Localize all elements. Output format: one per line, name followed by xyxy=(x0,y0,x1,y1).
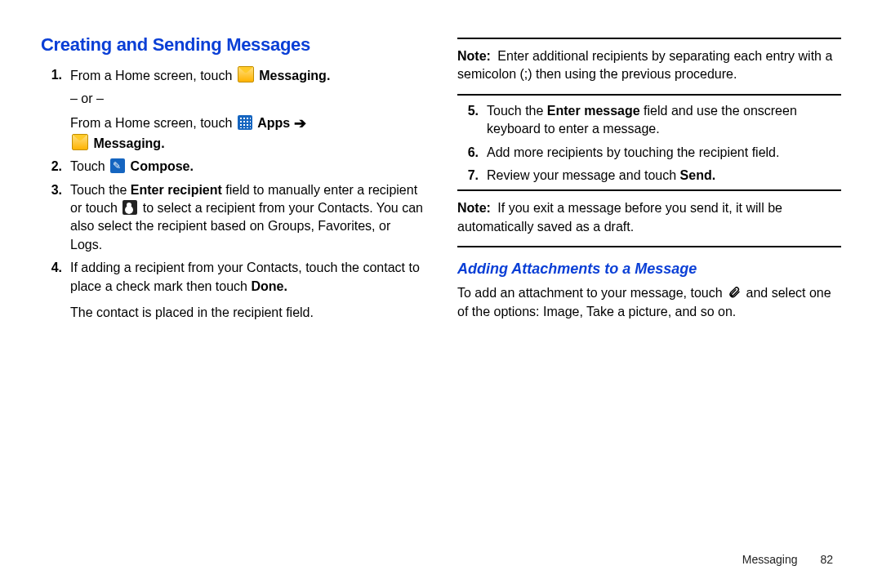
step-5-body: Touch the Enter message field and use th… xyxy=(487,102,841,139)
step-6-body: Add more recipients by touching the reci… xyxy=(487,144,841,162)
step-3-body: Touch the Enter recipient field to manua… xyxy=(70,181,425,255)
right-column: Note: Enter additional recipients by sep… xyxy=(457,33,841,327)
note-1-text: Enter additional recipients by separatin… xyxy=(457,49,832,81)
step-4a-text: If adding a recipient from your Contacts… xyxy=(70,261,420,292)
messaging-icon xyxy=(72,134,88,150)
note-2-text: If you exit a message before you send it… xyxy=(457,201,782,233)
divider xyxy=(457,94,841,96)
send-label: Send. xyxy=(680,168,716,182)
step-number: 6. xyxy=(457,144,487,162)
steps-list-left: 1. From a Home screen, touch Messaging. … xyxy=(41,66,425,322)
page-number: 82 xyxy=(820,553,833,566)
step-1b-text: From a Home screen, touch xyxy=(70,116,236,130)
apps-icon xyxy=(238,115,252,130)
attachments-body: To add an attachment to your message, to… xyxy=(457,284,841,321)
step-4-sub: The contact is placed in the recipient f… xyxy=(70,304,425,322)
paperclip-icon xyxy=(728,284,741,301)
contact-icon xyxy=(122,200,137,215)
messaging-icon xyxy=(238,66,254,82)
compose-label: Compose. xyxy=(131,159,194,173)
steps-list-right: 5. Touch the Enter message field and use… xyxy=(457,102,841,185)
divider xyxy=(457,189,841,191)
attach-a-text: To add an attachment to your message, to… xyxy=(457,286,726,300)
step-2-body: Touch Compose. xyxy=(70,158,425,176)
step-4-body: If adding a recipient from your Contacts… xyxy=(70,259,425,322)
step-5a-text: Touch the xyxy=(487,104,547,118)
divider xyxy=(457,38,841,39)
note-label: Note: xyxy=(457,49,491,63)
step-number: 5. xyxy=(457,102,487,139)
compose-icon xyxy=(110,158,125,173)
step-3a-text: Touch the xyxy=(70,183,131,197)
arrow-icon: ➔ xyxy=(294,115,306,131)
step-2a-text: Touch xyxy=(70,159,109,173)
heading-attachments: Adding Attachments to a Message xyxy=(457,259,841,279)
step-number: 1. xyxy=(41,66,70,153)
messaging-label: Messaging. xyxy=(259,69,330,82)
note-block-1: Note: Enter additional recipients by sep… xyxy=(457,44,841,89)
footer-section: Messaging xyxy=(742,553,798,566)
heading-creating-sending: Creating and Sending Messages xyxy=(41,33,425,58)
left-column: Creating and Sending Messages 1. From a … xyxy=(41,33,425,327)
step-number: 3. xyxy=(41,181,70,255)
messaging-label: Messaging. xyxy=(93,136,164,150)
note-block-2: Note: If you exit a message before you s… xyxy=(457,196,841,241)
enter-recipient-label: Enter recipient xyxy=(131,183,222,197)
step-7-body: Review your message and touch Send. xyxy=(487,167,841,185)
or-divider: – or – xyxy=(70,90,425,108)
note-label: Note: xyxy=(457,201,491,215)
step-1a-text: From a Home screen, touch xyxy=(70,69,236,82)
step-1-body: From a Home screen, touch Messaging. – o… xyxy=(70,66,425,153)
apps-label: Apps xyxy=(257,116,290,130)
done-label: Done. xyxy=(251,279,287,293)
step-number: 2. xyxy=(41,158,70,176)
step-7a-text: Review your message and touch xyxy=(487,168,680,182)
enter-message-label: Enter message xyxy=(547,104,640,118)
step-number: 4. xyxy=(41,259,70,322)
page-footer: Messaging 82 xyxy=(742,552,833,568)
divider xyxy=(457,246,841,247)
step-number: 7. xyxy=(457,167,487,185)
